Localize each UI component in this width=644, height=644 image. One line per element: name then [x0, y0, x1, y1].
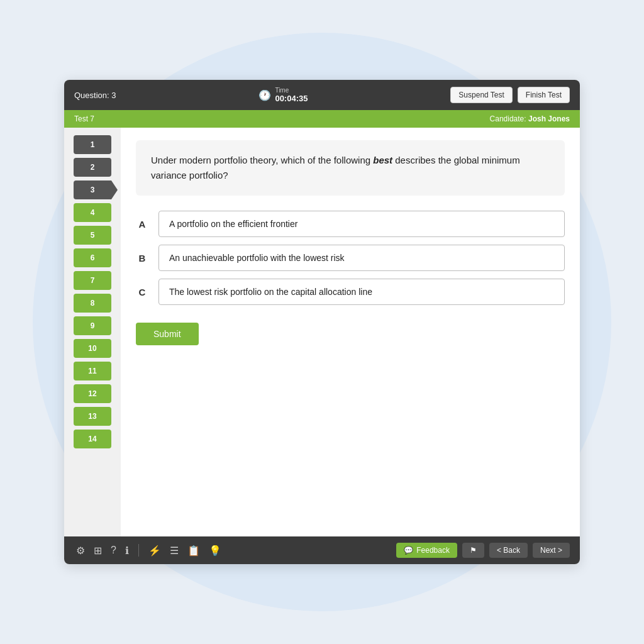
question-text-1: Under modern portfolio theory, which of …	[151, 155, 373, 165]
candidate-label: Candidate:	[490, 114, 526, 123]
clipboard-icon[interactable]: 📋	[186, 543, 202, 558]
question-box: Under modern portfolio theory, which of …	[136, 140, 565, 196]
time-value: 00:04:35	[275, 94, 308, 103]
candidate-name: Josh Jones	[528, 114, 570, 123]
app-window: Question: 3 🕐 Time 00:04:35 Suspend Test…	[64, 80, 580, 564]
answer-letter-a: A	[136, 219, 148, 230]
grid-icon[interactable]: ⊞	[92, 543, 104, 558]
nav-btn-8[interactable]: 8	[74, 294, 111, 313]
answer-box-a[interactable]: A portfolio on the efficient frontier	[158, 211, 565, 237]
finish-test-button[interactable]: Finish Test	[518, 87, 570, 103]
answer-box-b[interactable]: An unachievable portfolio with the lowes…	[158, 245, 565, 271]
answer-box-c[interactable]: The lowest risk portfolio on the capital…	[158, 279, 565, 305]
clock-icon: 🕐	[258, 89, 271, 101]
flag-icon: ⚑	[470, 546, 477, 555]
nav-btn-7[interactable]: 7	[74, 271, 111, 290]
footer: ⚙ ⊞ ? ℹ ⚡ ☰ 📋 💡 💬 Feedback ⚑ < Back	[64, 536, 580, 564]
feedback-label: Feedback	[416, 546, 450, 555]
nav-btn-10[interactable]: 10	[74, 339, 111, 358]
separator-1	[138, 544, 139, 557]
answer-option-c: C The lowest risk portfolio on the capit…	[136, 279, 565, 305]
question-text-italic: best	[373, 155, 392, 165]
nav-btn-2[interactable]: 2	[74, 158, 111, 177]
nav-btn-3[interactable]: 3	[74, 180, 111, 199]
sub-header: Test 7 Candidate: Josh Jones	[64, 110, 580, 128]
header: Question: 3 🕐 Time 00:04:35 Suspend Test…	[64, 80, 580, 110]
nav-btn-5[interactable]: 5	[74, 226, 111, 245]
background-circle: Question: 3 🕐 Time 00:04:35 Suspend Test…	[33, 33, 611, 611]
answer-letter-b: B	[136, 253, 148, 264]
nav-btn-1[interactable]: 1	[74, 135, 111, 154]
answer-letter-c: C	[136, 287, 148, 297]
suspend-test-button[interactable]: Suspend Test	[450, 87, 513, 103]
sidebar: 1 2 3 4 5 6 7 8 9 10 11 12 13 14	[64, 128, 121, 536]
flash-icon[interactable]: ⚡	[147, 543, 163, 558]
test-name: Test 7	[74, 114, 94, 123]
help-icon[interactable]: ?	[109, 543, 118, 557]
timer: 🕐 Time 00:04:35	[258, 87, 308, 103]
answer-option-a: A A portfolio on the efficient frontier	[136, 211, 565, 237]
submit-button[interactable]: Submit	[136, 323, 199, 345]
nav-btn-14[interactable]: 14	[74, 430, 111, 448]
nav-btn-4[interactable]: 4	[74, 203, 111, 222]
info-icon[interactable]: ℹ	[123, 543, 131, 558]
content-area: 1 2 3 4 5 6 7 8 9 10 11 12 13 14 Under m…	[64, 128, 580, 536]
feedback-button[interactable]: 💬 Feedback	[396, 543, 457, 558]
footer-right: 💬 Feedback ⚑ < Back Next >	[396, 543, 570, 558]
next-button[interactable]: Next >	[533, 543, 570, 558]
candidate-info: Candidate: Josh Jones	[490, 114, 570, 123]
list-icon[interactable]: ☰	[168, 543, 180, 558]
question-number: Question: 3	[74, 91, 116, 100]
flag-button[interactable]: ⚑	[462, 543, 484, 558]
footer-icons: ⚙ ⊞ ? ℹ ⚡ ☰ 📋 💡	[74, 543, 223, 558]
nav-btn-6[interactable]: 6	[74, 248, 111, 267]
lightbulb-icon[interactable]: 💡	[207, 543, 223, 558]
nav-btn-12[interactable]: 12	[74, 384, 111, 403]
nav-btn-9[interactable]: 9	[74, 316, 111, 335]
feedback-icon: 💬	[404, 546, 413, 555]
time-label: Time	[275, 87, 308, 94]
header-buttons: Suspend Test Finish Test	[450, 87, 570, 103]
settings-icon[interactable]: ⚙	[74, 543, 87, 558]
answer-option-b: B An unachievable portfolio with the low…	[136, 245, 565, 271]
nav-btn-13[interactable]: 13	[74, 407, 111, 426]
main-content: Under modern portfolio theory, which of …	[121, 128, 580, 536]
nav-btn-11[interactable]: 11	[74, 362, 111, 380]
back-button[interactable]: < Back	[489, 543, 528, 558]
